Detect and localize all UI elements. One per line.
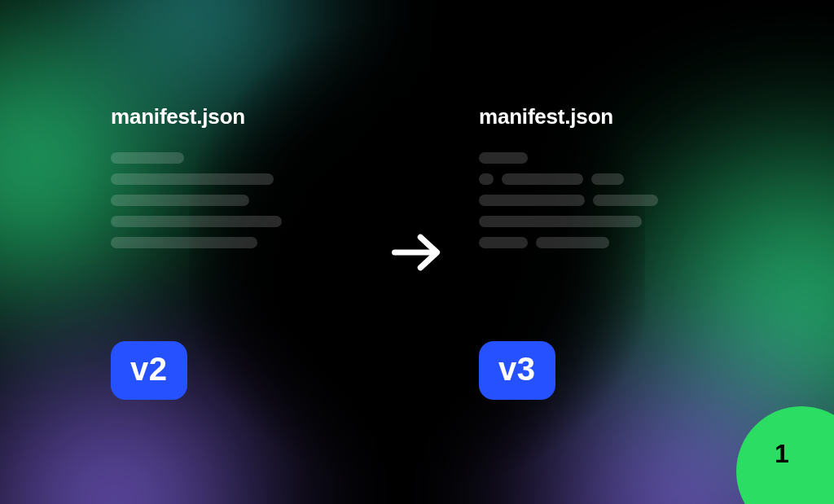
skeleton-segment — [111, 152, 184, 164]
skeleton-segment — [111, 173, 274, 185]
skeleton-segment — [111, 216, 282, 227]
skeleton-segment — [479, 195, 585, 206]
skeleton-segment — [591, 173, 624, 185]
skeleton-segment — [479, 237, 528, 248]
manifest-v2-column: manifest.json v2 — [111, 104, 355, 400]
skeleton-row — [479, 152, 658, 164]
diagram-stage: manifest.json v2 manifest.json v3 — [0, 0, 834, 504]
skeleton-segment — [593, 195, 658, 206]
manifest-v2-skeleton — [111, 152, 282, 315]
arrow-right-icon — [388, 223, 446, 282]
manifest-v3-skeleton — [479, 152, 658, 315]
skeleton-segment — [479, 216, 642, 227]
v2-badge: v2 — [111, 341, 187, 400]
skeleton-row — [479, 173, 658, 185]
skeleton-row — [479, 195, 658, 206]
skeleton-row — [111, 216, 282, 227]
skeleton-segment — [111, 237, 257, 248]
manifest-v3-title: manifest.json — [479, 104, 613, 129]
skeleton-row — [479, 237, 658, 248]
skeleton-segment — [479, 173, 494, 185]
page-number-text: 1 — [775, 439, 789, 469]
skeleton-segment — [536, 237, 609, 248]
skeleton-row — [111, 195, 282, 206]
manifest-v2-title: manifest.json — [111, 104, 245, 129]
v3-badge: v3 — [479, 341, 555, 400]
skeleton-segment — [111, 195, 249, 206]
skeleton-row — [479, 216, 658, 227]
skeleton-row — [111, 237, 282, 248]
skeleton-segment — [479, 152, 528, 164]
skeleton-segment — [502, 173, 583, 185]
manifest-v3-column: manifest.json v3 — [479, 104, 723, 400]
skeleton-row — [111, 152, 282, 164]
skeleton-row — [111, 173, 282, 185]
